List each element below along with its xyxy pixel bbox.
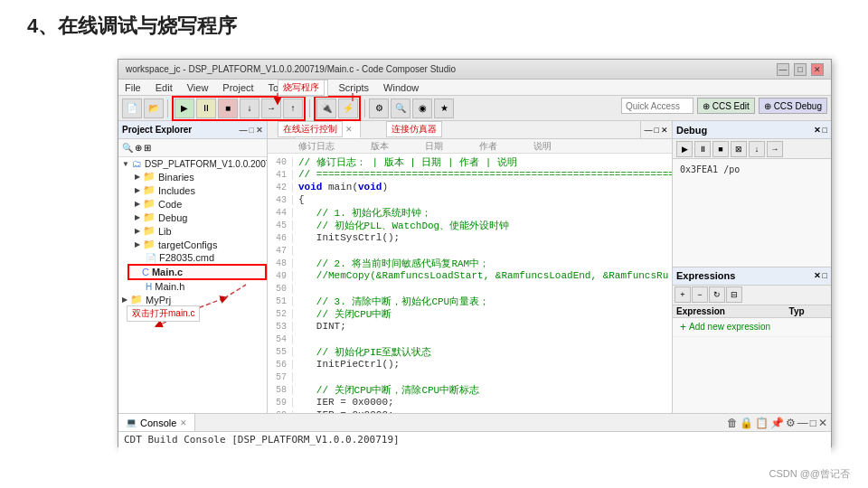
quick-access-input[interactable] xyxy=(621,98,693,114)
panel-maximize-icon[interactable]: □ xyxy=(250,126,254,135)
debug-maximize-icon[interactable]: □ xyxy=(823,126,827,135)
line-num-42: 42 xyxy=(268,183,293,192)
maximize-button[interactable]: □ xyxy=(794,63,807,76)
close-button[interactable]: ✕ xyxy=(811,63,824,76)
debug-pause-btn[interactable]: ⏸ xyxy=(694,141,711,157)
line-num-50: 50 xyxy=(268,284,293,294)
line-code-52: // 关闭CPU中断 xyxy=(293,307,392,321)
debug-stop-btn[interactable]: ■ xyxy=(712,141,729,157)
line-code-59: IER = 0x0000; xyxy=(293,397,394,408)
console-scroll-lock-icon[interactable]: 🔒 xyxy=(740,417,753,429)
tab-close-icon[interactable]: ✕ xyxy=(345,125,353,134)
console-pin-icon[interactable]: 📌 xyxy=(770,417,784,429)
editor-close-icon[interactable]: ✕ xyxy=(661,126,668,135)
tree-code[interactable]: ▶ 📁 Code xyxy=(127,197,267,211)
ccs-debug-button[interactable]: ⊕ CCS Debug xyxy=(759,98,827,114)
code-line-58: 58 // 关闭CPU中断，清除CPU中断标志 xyxy=(268,383,672,396)
panel-close-icon[interactable]: ✕ xyxy=(256,126,263,135)
editor-min-icon[interactable]: — xyxy=(645,126,653,135)
expressions-table: Expression Typ + Add new expression xyxy=(673,305,831,337)
toolbar-open-btn[interactable]: 📂 xyxy=(144,99,164,118)
menu-file[interactable]: File xyxy=(122,82,144,93)
toolbar-new-btn[interactable]: 📄 xyxy=(122,99,142,118)
line-num-49: 49 xyxy=(268,271,293,281)
code-line-46: 46 InitSysCtrl(); xyxy=(268,231,672,244)
col-author: 作者 xyxy=(479,140,497,153)
code-line-51: 51 // 3. 清除中断，初始化CPU向量表； xyxy=(268,295,672,307)
menu-edit[interactable]: Edit xyxy=(153,82,175,93)
line-code-51: // 3. 清除中断，初始化CPU向量表； xyxy=(293,295,489,308)
expr-maximize-icon[interactable]: □ xyxy=(823,271,827,280)
debug-disconnect-btn[interactable]: ⊠ xyxy=(731,141,747,157)
tree-f28035-cmd[interactable]: 📄 F28035.cmd xyxy=(127,251,267,264)
arrow-right-myprj: ▶ xyxy=(122,296,127,304)
debug-toolbar: ▶ ⏸ ■ ⊠ ↓ → xyxy=(673,139,831,159)
tree-main-c[interactable]: C Main.c xyxy=(127,264,267,280)
menu-window[interactable]: Window xyxy=(381,82,421,93)
menu-scripts[interactable]: Scripts xyxy=(335,82,372,93)
explorer-toolbar-btn2[interactable]: ⊞ xyxy=(144,143,151,153)
toolbar-misc-btn1[interactable]: ⚙ xyxy=(369,99,389,118)
code-line-55: 55 // 初始化PIE至默认状态 xyxy=(268,345,672,358)
panel-minimize-icon[interactable]: — xyxy=(240,126,248,135)
debug-step-into-btn[interactable]: ↓ xyxy=(749,141,765,157)
project-explorer-header: Project Explorer — □ ✕ xyxy=(118,121,267,139)
toolbar-resume-btn[interactable]: ▶ xyxy=(175,99,194,118)
window-title-text: workspace_jc - DSP_PLATFORM_V1.0.0.20071… xyxy=(126,64,456,74)
tree-includes[interactable]: ▶ 📁 Includes xyxy=(127,183,267,197)
col-note: 说明 xyxy=(533,140,552,153)
menu-view[interactable]: View xyxy=(184,82,212,93)
toolbar-step-over-btn[interactable]: → xyxy=(261,99,281,118)
debug-step-over-btn[interactable]: → xyxy=(767,141,783,157)
console-close-icon[interactable]: ✕ xyxy=(818,417,827,429)
ccs-debug-label: ⊕ CCS Debug xyxy=(764,101,822,111)
explorer-toolbar-btn1[interactable]: ⊕ xyxy=(135,143,142,153)
toolbar-misc-btn4[interactable]: ★ xyxy=(434,99,454,118)
toolbar-suspend-btn[interactable]: ⏸ xyxy=(196,99,216,118)
line-code-43: { xyxy=(293,194,305,205)
editor-max-icon[interactable]: □ xyxy=(655,126,659,135)
minimize-button[interactable]: — xyxy=(777,63,789,76)
expr-minimize-icon[interactable]: ✕ xyxy=(814,271,821,280)
line-num-47: 47 xyxy=(268,246,293,256)
toolbar-step-return-btn[interactable]: ↑ xyxy=(283,99,303,118)
menu-project[interactable]: Project xyxy=(220,82,256,93)
toolbar-terminate-btn[interactable]: ■ xyxy=(218,99,238,118)
line-code-60: IFR = 0x0000; xyxy=(293,409,394,413)
toolbar-misc-btn3[interactable]: ◉ xyxy=(412,99,432,118)
tree-binaries[interactable]: ▶ 📁 Binaries xyxy=(127,170,267,183)
line-num-41: 41 xyxy=(268,170,293,180)
tree-lib[interactable]: ▶ 📁 Lib xyxy=(127,224,267,238)
folder-code-icon: 📁 xyxy=(143,198,156,210)
tree-project-root[interactable]: ▼ 🗂 DSP_PLATFORM_V1.0.0.200719 xyxy=(118,157,267,170)
toolbar-connect-btn[interactable]: 🔌 xyxy=(316,99,336,118)
console-clear-icon[interactable]: 🗑 xyxy=(727,417,738,429)
expr-refresh-btn[interactable]: ↻ xyxy=(709,286,725,303)
code-line-47: 47 xyxy=(268,244,672,257)
toolbar-misc-btn2[interactable]: 🔍 xyxy=(391,99,410,118)
console-tab-close-icon[interactable]: ✕ xyxy=(180,418,187,427)
tree-target-configs[interactable]: ▶ 📁 targetConfigs xyxy=(127,238,267,251)
console-settings-icon[interactable]: ⚙ xyxy=(786,417,796,429)
file-main-c-icon: C xyxy=(142,267,149,277)
tree-main-h[interactable]: H Main.h xyxy=(127,280,267,293)
toolbar-disconnect-btn[interactable]: ⚡ xyxy=(338,99,358,118)
window-controls: — □ ✕ xyxy=(777,63,824,76)
debug-resume-btn[interactable]: ▶ xyxy=(676,141,693,157)
console-new-icon[interactable]: 📋 xyxy=(755,417,769,429)
debug-panel: Debug ✕ □ ▶ ⏸ ■ ⊠ ↓ → 0x3FEA1 /po xyxy=(673,121,831,267)
expr-add-btn[interactable]: + xyxy=(675,286,691,303)
console-tab-label: Console xyxy=(140,418,176,428)
console-tab[interactable]: 💻 Console ✕ xyxy=(118,414,195,431)
tree-debug[interactable]: ▶ 📁 Debug xyxy=(127,211,267,224)
toolbar-step-into-btn[interactable]: ↓ xyxy=(240,99,259,118)
line-code-45: // 初始化PLL、WatchDog、使能外设时钟 xyxy=(293,219,509,232)
console-maximize-icon[interactable]: □ xyxy=(810,417,816,429)
expr-collapse-btn[interactable]: ⊟ xyxy=(726,286,742,303)
add-expression-btn[interactable]: + Add new expression xyxy=(676,319,827,335)
debug-minimize-icon[interactable]: ✕ xyxy=(814,126,821,135)
expr-remove-btn[interactable]: − xyxy=(692,286,708,303)
tree-myprj[interactable]: ▶ 📁 MyPrj xyxy=(118,293,267,306)
ccs-edit-button[interactable]: ⊕ CCS Edit xyxy=(697,98,755,114)
console-minimize-icon[interactable]: — xyxy=(797,417,808,429)
